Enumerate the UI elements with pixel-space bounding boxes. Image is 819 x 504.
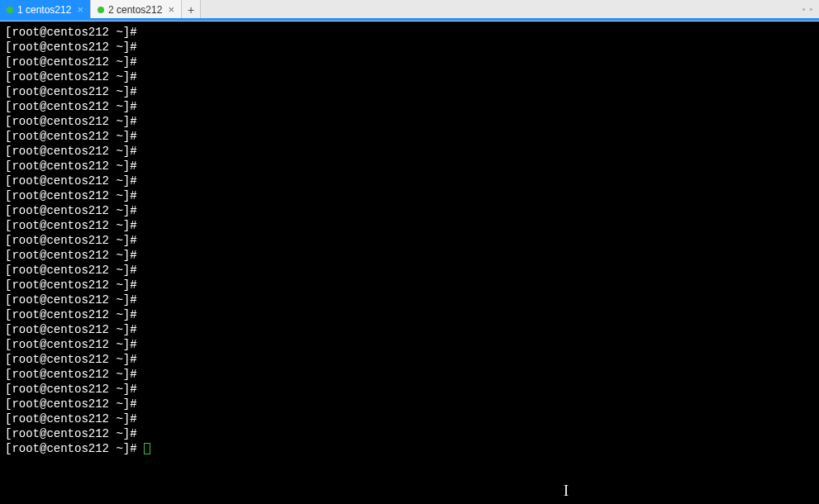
- shell-prompt: [root@centos212 ~]#: [5, 427, 137, 440]
- shell-prompt: [root@centos212 ~]#: [5, 219, 137, 232]
- shell-prompt: [root@centos212 ~]#: [5, 174, 137, 188]
- shell-prompt: [root@centos212 ~]#: [5, 264, 137, 277]
- plus-icon: +: [188, 3, 194, 17]
- shell-prompt: [root@centos212 ~]#: [5, 130, 137, 143]
- tab-nav-arrows: ◂ ▸: [799, 2, 816, 16]
- terminal-line: [root@centos212 ~]#: [5, 218, 814, 233]
- tab-label: 2 centos212: [108, 4, 162, 16]
- terminal-line: [root@centos212 ~]#: [5, 322, 814, 337]
- terminal-line: [root@centos212 ~]#: [5, 397, 814, 411]
- terminal-line: [root@centos212 ~]#: [5, 84, 814, 99]
- tab-bar: 1 centos212 × 2 centos212 × + ◂ ▸: [0, 0, 819, 21]
- connection-status-icon: [98, 7, 104, 13]
- shell-prompt: [root@centos212 ~]#: [5, 293, 137, 307]
- shell-prompt: [root@centos212 ~]#: [5, 70, 137, 83]
- terminal-line: [root@centos212 ~]#: [5, 69, 814, 84]
- close-icon[interactable]: ×: [75, 4, 85, 15]
- terminal-line: [root@centos212 ~]#: [5, 352, 814, 367]
- connection-status-icon: [7, 7, 13, 13]
- tab-bar-accent: [0, 18, 819, 21]
- shell-prompt: [root@centos212 ~]#: [5, 249, 137, 262]
- terminal-line: [root@centos212 ~]#: [5, 233, 814, 248]
- terminal-line: [root@centos212 ~]#: [5, 263, 814, 278]
- shell-prompt: [root@centos212 ~]#: [5, 412, 137, 426]
- shell-prompt: [root@centos212 ~]#: [5, 368, 137, 381]
- terminal-line: [root@centos212 ~]#: [5, 25, 814, 40]
- shell-prompt: [root@centos212 ~]#: [5, 442, 137, 455]
- shell-prompt: [root@centos212 ~]#: [5, 26, 137, 39]
- terminal-line: [root@centos212 ~]#: [5, 40, 814, 55]
- terminal-line: [root@centos212 ~]#: [5, 144, 814, 159]
- terminal-cursor: [144, 443, 150, 454]
- terminal-line: [root@centos212 ~]#: [5, 307, 814, 322]
- terminal-line: [root@centos212 ~]#: [5, 292, 814, 307]
- terminal-line: [root@centos212 ~]#: [5, 248, 814, 263]
- text-cursor-icon: I: [564, 483, 569, 500]
- terminal-line: [root@centos212 ~]#: [5, 99, 814, 114]
- shell-prompt: [root@centos212 ~]#: [5, 383, 137, 396]
- terminal-line: [root@centos212 ~]#: [5, 114, 814, 129]
- terminal-line: [root@centos212 ~]#: [5, 411, 814, 426]
- shell-prompt: [root@centos212 ~]#: [5, 353, 137, 366]
- terminal-line: [root@centos212 ~]#: [5, 159, 814, 174]
- shell-prompt: [root@centos212 ~]#: [5, 85, 137, 98]
- shell-prompt: [root@centos212 ~]#: [5, 278, 137, 292]
- terminal-line: [root@centos212 ~]#: [5, 367, 814, 382]
- terminal-area[interactable]: [root@centos212 ~]#[root@centos212 ~]#[r…: [0, 21, 819, 504]
- shell-prompt: [root@centos212 ~]#: [5, 145, 137, 158]
- terminal-line: [root@centos212 ~]#: [5, 337, 814, 352]
- shell-prompt: [root@centos212 ~]#: [5, 204, 137, 217]
- nav-left-icon[interactable]: ◂: [799, 2, 807, 16]
- terminal-line: [root@centos212 ~]#: [5, 441, 814, 456]
- shell-prompt: [root@centos212 ~]#: [5, 159, 137, 173]
- shell-prompt: [root@centos212 ~]#: [5, 55, 137, 69]
- tab-2[interactable]: 2 centos212 ×: [91, 0, 182, 19]
- terminal-line: [root@centos212 ~]#: [5, 382, 814, 397]
- close-icon[interactable]: ×: [166, 4, 176, 15]
- shell-prompt: [root@centos212 ~]#: [5, 323, 137, 336]
- terminal-line: [root@centos212 ~]#: [5, 174, 814, 188]
- shell-prompt: [root@centos212 ~]#: [5, 40, 137, 54]
- terminal-line: [root@centos212 ~]#: [5, 203, 814, 218]
- terminal-line: [root@centos212 ~]#: [5, 129, 814, 144]
- nav-right-icon[interactable]: ▸: [807, 2, 816, 16]
- terminal-line: [root@centos212 ~]#: [5, 426, 814, 441]
- terminal-line: [root@centos212 ~]#: [5, 278, 814, 292]
- shell-prompt: [root@centos212 ~]#: [5, 115, 137, 128]
- shell-prompt: [root@centos212 ~]#: [5, 397, 137, 411]
- terminal-line: [root@centos212 ~]#: [5, 188, 814, 203]
- terminal-line: [root@centos212 ~]#: [5, 55, 814, 69]
- shell-prompt: [root@centos212 ~]#: [5, 338, 137, 351]
- shell-prompt: [root@centos212 ~]#: [5, 308, 137, 321]
- shell-prompt: [root@centos212 ~]#: [5, 189, 137, 202]
- tab-1[interactable]: 1 centos212 ×: [0, 0, 91, 19]
- shell-prompt: [root@centos212 ~]#: [5, 234, 137, 247]
- new-tab-button[interactable]: +: [182, 0, 201, 19]
- shell-prompt: [root@centos212 ~]#: [5, 100, 137, 113]
- tab-label: 1 centos212: [17, 4, 71, 16]
